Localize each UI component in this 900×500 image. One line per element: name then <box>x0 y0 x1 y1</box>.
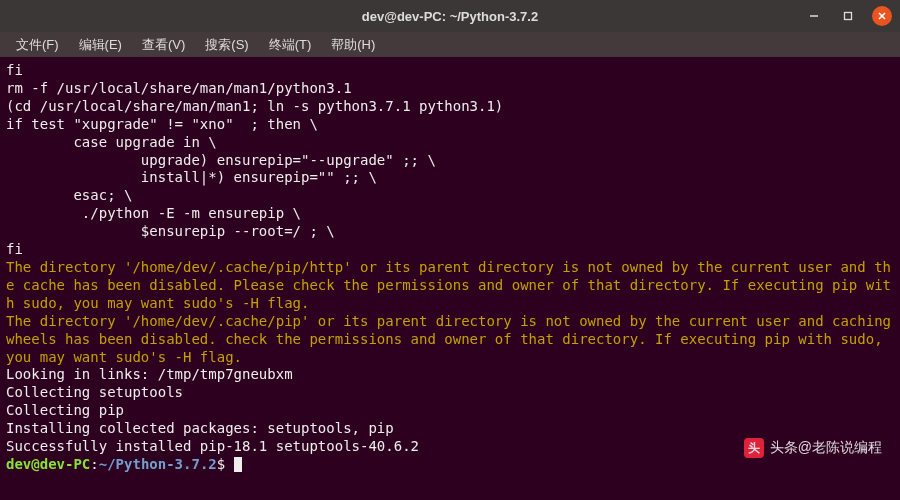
menu-edit[interactable]: 编辑(E) <box>71 34 130 56</box>
close-button[interactable] <box>872 6 892 26</box>
menu-help[interactable]: 帮助(H) <box>323 34 383 56</box>
close-icon <box>877 11 887 21</box>
prompt-sep: : <box>90 456 98 472</box>
prompt-symbol: $ <box>217 456 225 472</box>
prompt-user-host: dev@dev-PC <box>6 456 90 472</box>
maximize-icon <box>843 11 853 21</box>
minimize-button[interactable] <box>804 6 824 26</box>
output-warning: The directory '/home/dev/.cache/pip/http… <box>6 259 899 365</box>
svg-rect-1 <box>845 13 852 20</box>
output-text: fi rm -f /usr/local/share/man/man1/pytho… <box>6 62 503 257</box>
titlebar: dev@dev-PC: ~/Python-3.7.2 <box>0 0 900 32</box>
menu-terminal[interactable]: 终端(T) <box>261 34 320 56</box>
prompt-path: ~/Python-3.7.2 <box>99 456 217 472</box>
window-title: dev@dev-PC: ~/Python-3.7.2 <box>8 9 892 24</box>
minimize-icon <box>809 11 819 21</box>
terminal-output[interactable]: fi rm -f /usr/local/share/man/man1/pytho… <box>0 58 900 500</box>
maximize-button[interactable] <box>838 6 858 26</box>
output-text: Looking in links: /tmp/tmp7gneubxm Colle… <box>6 366 419 454</box>
menu-search[interactable]: 搜索(S) <box>197 34 256 56</box>
window-controls <box>804 6 892 26</box>
menubar: 文件(F) 编辑(E) 查看(V) 搜索(S) 终端(T) 帮助(H) <box>0 32 900 58</box>
cursor <box>234 457 242 472</box>
menu-view[interactable]: 查看(V) <box>134 34 193 56</box>
menu-file[interactable]: 文件(F) <box>8 34 67 56</box>
